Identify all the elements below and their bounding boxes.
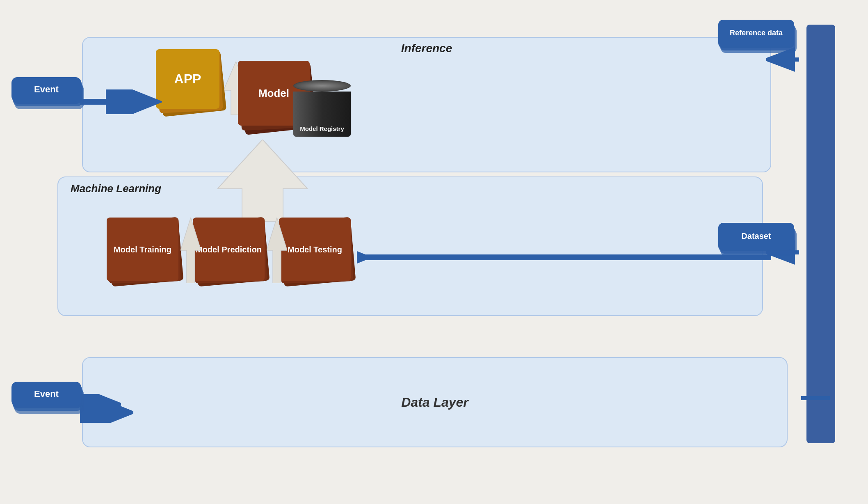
- model-training-label: Model Training: [107, 218, 178, 281]
- dataset-group: Dataset: [718, 223, 800, 264]
- ml-label: Machine Learning: [71, 182, 161, 195]
- reference-data-group: Reference data: [718, 20, 800, 61]
- datalayer-right-arrow: [799, 386, 836, 410]
- dataset-label: Dataset: [718, 223, 794, 250]
- dataset-to-testing-arrow: [357, 245, 775, 270]
- event-inference-group: Event: [11, 77, 87, 114]
- ml-arrow-2: [267, 218, 287, 283]
- inference-label: Inference: [401, 42, 452, 55]
- right-vertical-bar: [806, 25, 835, 443]
- model-registry-group: Model Registry: [293, 80, 351, 137]
- reference-data-label: Reference data: [718, 20, 794, 46]
- app-card-group: APP: [156, 49, 228, 115]
- svg-marker-7: [217, 140, 308, 222]
- event-datalayer-arrow2: [80, 402, 133, 423]
- data-layer-section: Data Layer: [82, 357, 788, 447]
- model-testing-label: Model Testing: [279, 218, 351, 281]
- big-up-arrow: [217, 140, 308, 222]
- diagram-container: Reference data Dataset Inference Event: [0, 0, 868, 504]
- event-datalayer-label: Event: [11, 382, 81, 406]
- event-to-app-arrow: [80, 89, 162, 114]
- ml-arrow-1: [180, 218, 201, 283]
- model-registry-label: Model Registry: [295, 125, 349, 133]
- model-testing-group: Model Testing: [279, 218, 357, 285]
- svg-marker-14: [180, 218, 201, 283]
- model-prediction-group: Model Prediction: [193, 218, 271, 285]
- event-datalayer-group: Event: [11, 382, 87, 419]
- svg-marker-15: [267, 218, 287, 283]
- model-training-group: Model Training: [107, 218, 185, 285]
- model-prediction-label: Model Prediction: [193, 218, 265, 281]
- data-layer-label: Data Layer: [401, 395, 468, 410]
- app-card-label: APP: [156, 49, 219, 109]
- event-inference-label: Event: [11, 77, 81, 102]
